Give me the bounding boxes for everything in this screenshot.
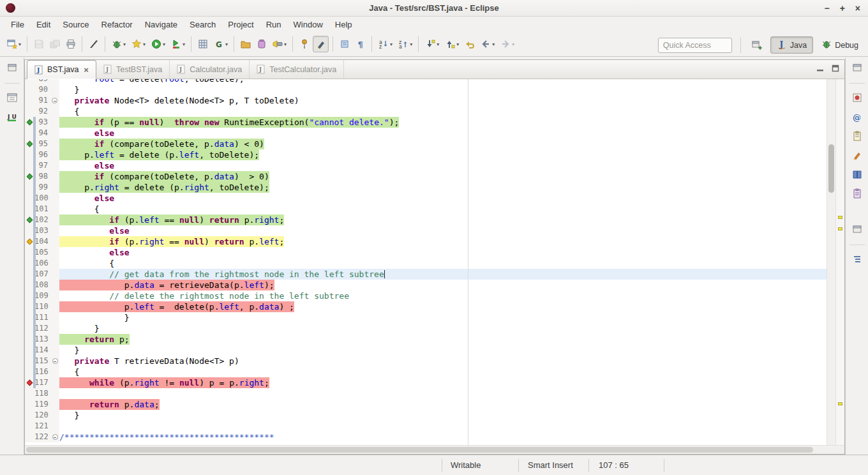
menu-run[interactable]: Run — [260, 18, 287, 31]
gutter-cell[interactable]: 106 — [25, 258, 59, 269]
code-viewport[interactable]: 89 root = delete(root, toDelete);90 }91 … — [25, 79, 827, 445]
gutter-cell[interactable]: 110 — [25, 301, 59, 312]
tab-BST.java[interactable]: JBST.java× — [27, 60, 96, 79]
gutter-cell[interactable]: 111 — [25, 312, 59, 323]
code-text[interactable]: if (p.right == null) return p.left; — [59, 236, 827, 247]
gutter-cell[interactable]: 98 — [25, 171, 59, 182]
sort-za-button[interactable]: za▾ — [396, 36, 414, 52]
show-whitespace-button[interactable]: ¶ — [353, 36, 368, 52]
fold-marker[interactable] — [50, 98, 59, 103]
gutter-cell[interactable]: 113 — [25, 334, 59, 345]
vertical-scrollbar-thumb[interactable] — [828, 144, 834, 193]
gutter-cell[interactable]: 102 — [25, 215, 59, 225]
package-explorer-button[interactable] — [4, 91, 20, 105]
print-button[interactable] — [63, 36, 78, 52]
new-jar-button[interactable] — [254, 36, 269, 52]
code-text[interactable]: p.left = delete (p.left, toDelete); — [59, 149, 827, 160]
code-text[interactable]: p.right = delete (p.right, toDelete); — [59, 182, 827, 193]
code-text[interactable]: p.left = delete(p.left, p.data) ; — [59, 301, 827, 312]
code-text[interactable]: private Node<T> delete(Node<T> p, T toDe… — [59, 95, 827, 106]
gutter-cell[interactable]: 97 — [25, 160, 59, 171]
code-text[interactable]: } — [59, 345, 827, 356]
gutter-cell[interactable]: 103 — [25, 225, 59, 236]
pin-button[interactable] — [297, 36, 311, 52]
code-text[interactable]: if (p == null) throw new RuntimeExceptio… — [59, 117, 827, 128]
gutter-cell[interactable]: 91 — [25, 95, 59, 106]
code-text[interactable]: else — [59, 128, 827, 139]
restore-views-button[interactable] — [4, 61, 20, 75]
code-text[interactable]: return p.data; — [59, 399, 827, 410]
restore-views-button[interactable] — [849, 223, 865, 237]
code-text[interactable]: { — [59, 106, 827, 117]
menu-navigate[interactable]: Navigate — [139, 18, 183, 31]
gutter-cell[interactable]: 96 — [25, 149, 59, 160]
menu-project[interactable]: Project — [222, 18, 259, 31]
code-text[interactable]: /***************************************… — [59, 432, 827, 442]
dropdown-caret-icon[interactable]: ▾ — [225, 41, 228, 47]
dropdown-caret-icon[interactable]: ▾ — [284, 41, 287, 47]
dropdown-caret-icon[interactable]: ▾ — [163, 41, 165, 47]
overview-mark[interactable] — [838, 402, 842, 405]
gutter-cell[interactable]: 107 — [25, 269, 59, 280]
close-window-icon[interactable]: × — [855, 0, 860, 17]
overview-ruler[interactable] — [835, 79, 844, 445]
code-text[interactable]: } — [59, 323, 827, 334]
open-perspective-button[interactable] — [750, 37, 765, 54]
tab-close-icon[interactable]: × — [84, 65, 89, 75]
menu-search[interactable]: Search — [184, 18, 221, 31]
perspective-debug-button[interactable]: Debug — [816, 36, 864, 54]
new-java-class-button[interactable]: G▾ — [211, 36, 230, 52]
tab-TestCalculator.java[interactable]: JTestCalculator.java — [250, 60, 344, 79]
coverage-button[interactable]: ▾ — [168, 36, 187, 52]
help-button[interactable] — [849, 168, 865, 182]
gutter-cell[interactable]: 95 — [25, 139, 59, 149]
menu-refactor[interactable]: Refactor — [96, 18, 138, 31]
new-java-project-button[interactable] — [195, 36, 210, 52]
back-button[interactable]: ▾ — [478, 36, 497, 52]
gutter-cell[interactable]: 112 — [25, 323, 59, 334]
minimize-window-icon[interactable]: − — [824, 0, 829, 17]
show-selected-element-button[interactable] — [337, 36, 352, 52]
gutter-cell[interactable]: 94 — [25, 128, 59, 139]
code-text[interactable]: private T retrieveData(Node<T> p) — [59, 356, 827, 366]
mark-occurrences-button[interactable] — [313, 36, 329, 52]
gutter-cell[interactable]: 109 — [25, 290, 59, 301]
run-button[interactable]: ▾ — [149, 36, 167, 52]
menu-edit[interactable]: Edit — [31, 18, 56, 31]
gutter-cell[interactable]: 118 — [25, 388, 59, 399]
code-text[interactable]: root = delete(root, toDelete); — [59, 79, 827, 84]
code-text[interactable]: else — [59, 160, 827, 171]
gutter-cell[interactable]: 115 — [25, 356, 59, 366]
debug-button[interactable]: ▾ — [109, 36, 128, 52]
code-text[interactable]: else — [59, 193, 827, 204]
dropdown-caret-icon[interactable]: ▾ — [19, 41, 21, 47]
collapse-icon[interactable] — [52, 434, 58, 440]
snippets-button[interactable] — [849, 187, 865, 201]
restore-views-button[interactable] — [849, 61, 865, 75]
new-wizard-button[interactable]: ▾ — [4, 36, 23, 52]
collapse-icon[interactable] — [52, 98, 57, 103]
dropdown-caret-icon[interactable]: ▾ — [123, 41, 126, 47]
code-text[interactable]: else — [59, 225, 827, 236]
code-text[interactable]: } — [59, 410, 827, 421]
gutter-cell[interactable]: 100 — [25, 193, 59, 204]
search-button[interactable]: ▾ — [270, 36, 288, 52]
gutter-cell[interactable]: 105 — [25, 247, 59, 258]
code-text[interactable]: // get data from the rightmost node in t… — [59, 269, 827, 280]
new-package-button[interactable] — [238, 36, 253, 52]
menu-file[interactable]: File — [5, 18, 30, 31]
collapse-icon[interactable] — [52, 358, 58, 364]
sort-az-button[interactable]: az▾ — [376, 36, 394, 52]
gutter-cell[interactable]: 120 — [25, 410, 59, 421]
minimize-editor-icon[interactable] — [816, 64, 824, 72]
fold-marker[interactable] — [50, 434, 60, 440]
maximize-editor-icon[interactable] — [832, 64, 839, 72]
overview-mark[interactable] — [838, 227, 842, 230]
tab-TestBST.java[interactable]: JTestBST.java — [96, 60, 170, 79]
horizontal-scrollbar-thumb[interactable] — [26, 447, 813, 453]
gutter-cell[interactable]: 116 — [25, 366, 59, 377]
cut-button[interactable] — [86, 36, 101, 52]
menu-source[interactable]: Source — [57, 18, 94, 31]
overview-mark[interactable] — [838, 216, 842, 219]
code-text[interactable]: if (compare(toDelete, p.data) > 0) — [59, 171, 827, 182]
